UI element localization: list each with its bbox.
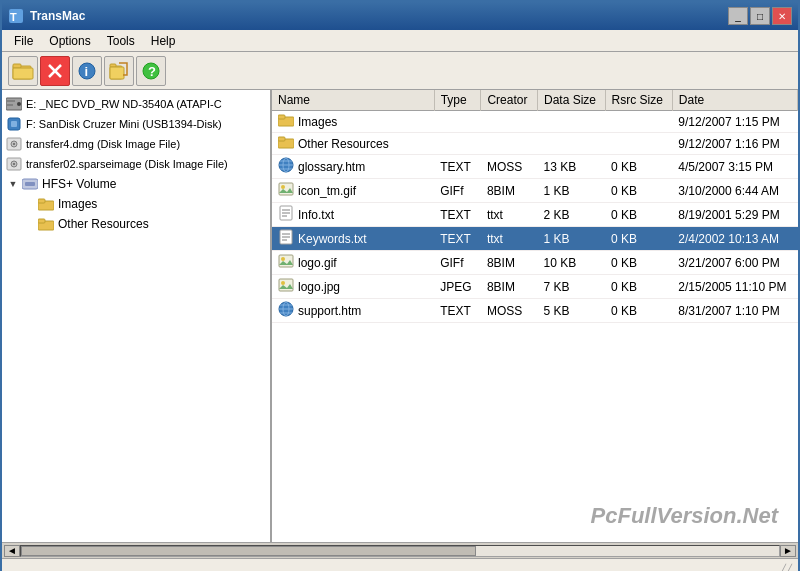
tree-item-hfs-volume[interactable]: ▼ HFS+ Volume (2, 174, 270, 194)
file-rsrcSize-cell (605, 133, 672, 155)
file-dataSize-cell: 2 KB (538, 203, 606, 227)
table-row[interactable]: Keywords.txtTEXTttxt1 KB0 KB2/4/2002 10:… (272, 227, 798, 251)
table-header-row: Name Type Creator Data Size Rsrc Size Da… (272, 90, 798, 111)
maximize-button[interactable]: □ (750, 7, 770, 25)
svg-rect-41 (279, 183, 293, 195)
file-creator-cell: MOSS (481, 299, 538, 323)
file-tree: E: _NEC DVD_RW ND-3540A (ATAPI-C F: SanD… (2, 90, 272, 542)
status-bar: ╱╱ (2, 558, 798, 571)
svg-rect-19 (11, 121, 17, 127)
file-creator-cell: 8BIM (481, 179, 538, 203)
file-type-cell: TEXT (434, 227, 481, 251)
file-name-label: logo.jpg (298, 280, 340, 294)
menu-file[interactable]: File (6, 32, 41, 50)
file-date-cell: 3/10/2000 6:44 AM (672, 179, 797, 203)
file-creator-cell (481, 133, 538, 155)
scroll-left-button[interactable]: ◄ (4, 545, 20, 557)
svg-rect-11 (110, 67, 124, 79)
toolbar-info-button[interactable]: i (72, 56, 102, 86)
tree-item-transfer4[interactable]: transfer4.dmg (Disk Image File) (2, 134, 270, 154)
tree-item-images[interactable]: Images (2, 194, 270, 214)
file-rsrcSize-cell: 0 KB (605, 155, 672, 179)
svg-text:?: ? (148, 64, 156, 79)
svg-rect-31 (38, 219, 45, 223)
usb-drive-icon (6, 116, 22, 132)
file-name-cell: Other Resources (272, 133, 434, 155)
table-row[interactable]: support.htmTEXTMOSS5 KB0 KB8/31/2007 1:1… (272, 299, 798, 323)
title-bar: T TransMac _ □ ✕ (2, 2, 798, 30)
col-header-type[interactable]: Type (434, 90, 481, 111)
table-row[interactable]: Images9/12/2007 1:15 PM (272, 111, 798, 133)
file-date-cell: 2/15/2005 11:10 PM (672, 275, 797, 299)
svg-point-22 (13, 143, 15, 145)
svg-point-54 (281, 281, 285, 285)
file-name-cell: glossary.htm (272, 155, 434, 179)
svg-rect-53 (279, 279, 293, 291)
tree-label-transfer4: transfer4.dmg (Disk Image File) (26, 138, 180, 150)
file-name-label: icon_tm.gif (298, 184, 356, 198)
scroll-right-button[interactable]: ► (780, 545, 796, 557)
table-row[interactable]: Info.txtTEXTttxt2 KB0 KB8/19/2001 5:29 P… (272, 203, 798, 227)
file-rsrcSize-cell: 0 KB (605, 275, 672, 299)
file-dataSize-cell (538, 133, 606, 155)
toolbar-help-button[interactable]: ? (136, 56, 166, 86)
tree-item-other-resources[interactable]: Other Resources (2, 214, 270, 234)
file-name-cell: Images (272, 111, 434, 133)
file-name-cell: Keywords.txt (272, 227, 434, 251)
file-rsrcSize-cell (605, 111, 672, 133)
toolbar-close-button[interactable] (40, 56, 70, 86)
menu-options[interactable]: Options (41, 32, 98, 50)
scroll-track[interactable] (20, 545, 780, 557)
file-date-cell: 2/4/2002 10:13 AM (672, 227, 797, 251)
images-folder-icon (38, 196, 54, 212)
col-header-datasize[interactable]: Data Size (538, 90, 606, 111)
table-row[interactable]: icon_tm.gifGIFf8BIM1 KB0 KB3/10/2000 6:4… (272, 179, 798, 203)
file-name-label: Info.txt (298, 208, 334, 222)
file-creator-cell: ttxt (481, 227, 538, 251)
file-dataSize-cell: 1 KB (538, 179, 606, 203)
menu-help[interactable]: Help (143, 32, 184, 50)
file-list: Name Type Creator Data Size Rsrc Size Da… (272, 90, 798, 542)
file-name-label: glossary.htm (298, 160, 365, 174)
menu-tools[interactable]: Tools (99, 32, 143, 50)
close-button[interactable]: ✕ (772, 7, 792, 25)
sparse-image-icon (6, 156, 22, 172)
table-row[interactable]: logo.jpgJPEG8BIM7 KB0 KB2/15/2005 11:10 … (272, 275, 798, 299)
menu-bar: File Options Tools Help (2, 30, 798, 52)
toolbar-copy-button[interactable] (104, 56, 134, 86)
svg-rect-3 (13, 64, 21, 68)
toolbar-open-button[interactable] (8, 56, 38, 86)
svg-text:i: i (85, 64, 89, 79)
toolbar: i ? (2, 52, 798, 90)
file-type-cell (434, 111, 481, 133)
table-row[interactable]: logo.gifGIFf8BIM10 KB0 KB3/21/2007 6:00 … (272, 251, 798, 275)
file-name-cell: icon_tm.gif (272, 179, 434, 203)
drive-icon (6, 96, 22, 112)
col-header-rsrcsize[interactable]: Rsrc Size (605, 90, 672, 111)
file-creator-cell: 8BIM (481, 251, 538, 275)
scroll-thumb[interactable] (21, 546, 476, 556)
col-header-date[interactable]: Date (672, 90, 797, 111)
col-header-creator[interactable]: Creator (481, 90, 538, 111)
col-header-name[interactable]: Name (272, 90, 434, 111)
file-dataSize-cell: 10 KB (538, 251, 606, 275)
file-date-cell: 4/5/2007 3:15 PM (672, 155, 797, 179)
file-date-cell: 8/19/2001 5:29 PM (672, 203, 797, 227)
tree-item-drive-f[interactable]: F: SanDisk Cruzer Mini (USB1394-Disk) (2, 114, 270, 134)
tree-item-drive-e[interactable]: E: _NEC DVD_RW ND-3540A (ATAPI-C (2, 94, 270, 114)
file-type-cell: TEXT (434, 299, 481, 323)
file-name-label: Other Resources (298, 137, 389, 151)
file-date-cell: 9/12/2007 1:16 PM (672, 133, 797, 155)
table-row[interactable]: glossary.htmTEXTMOSS13 KB0 KB4/5/2007 3:… (272, 155, 798, 179)
file-rsrcSize-cell: 0 KB (605, 203, 672, 227)
table-row[interactable]: Other Resources9/12/2007 1:16 PM (272, 133, 798, 155)
tree-item-transfer02[interactable]: transfer02.sparseimage (Disk Image File) (2, 154, 270, 174)
minimize-button[interactable]: _ (728, 7, 748, 25)
file-name-label: Keywords.txt (298, 232, 367, 246)
window-title: TransMac (30, 9, 728, 23)
file-type-cell: TEXT (434, 155, 481, 179)
horizontal-scrollbar[interactable]: ◄ ► (2, 542, 798, 558)
file-creator-cell: ttxt (481, 203, 538, 227)
collapse-icon: ▼ (6, 177, 20, 191)
file-table: Name Type Creator Data Size Rsrc Size Da… (272, 90, 798, 323)
